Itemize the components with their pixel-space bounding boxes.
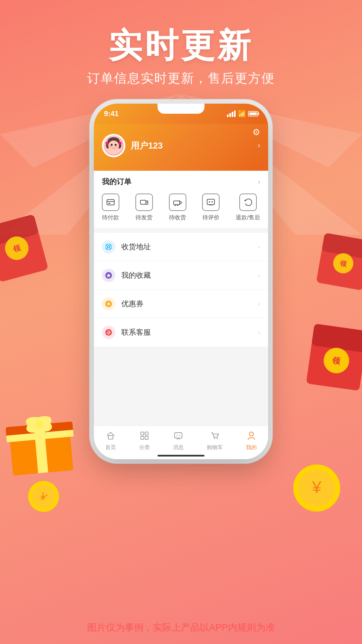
menu-section: 收货地址 › 我的收藏 › xyxy=(94,233,268,346)
coupon-label: 优惠券 xyxy=(121,299,252,309)
pending-receive-icon xyxy=(169,194,186,211)
nav-home-icon xyxy=(106,431,115,443)
footer-caption: 图片仅为事例，实际上产品以APP内规则为准 xyxy=(0,621,362,634)
tab-pending-ship[interactable]: 待发货 xyxy=(135,194,153,221)
signal-bar-4 xyxy=(234,110,236,117)
nav-message-icon xyxy=(174,431,183,443)
svg-rect-51 xyxy=(207,199,215,205)
signal-bar-3 xyxy=(232,112,233,117)
address-icon-wrap xyxy=(102,240,115,254)
svg-point-52 xyxy=(209,201,210,203)
svg-point-49 xyxy=(175,205,176,206)
orders-header[interactable]: 我的订单 › xyxy=(94,171,268,190)
tab-pending-receive[interactable]: 待收货 xyxy=(169,194,186,221)
wifi-icon: 📶 xyxy=(238,110,246,118)
svg-point-50 xyxy=(177,205,178,206)
footer-caption-text: 图片仅为事例，实际上产品以APP内规则为准 xyxy=(87,622,275,633)
svg-point-81 xyxy=(249,432,253,436)
svg-text:¥: ¥ xyxy=(38,490,49,503)
home-indicator xyxy=(158,455,204,457)
svg-rect-45 xyxy=(140,200,146,204)
orders-arrow: › xyxy=(258,178,260,185)
nav-cart[interactable]: 购物车 xyxy=(207,431,223,451)
signal-bar-1 xyxy=(227,114,229,117)
address-icon xyxy=(105,243,112,251)
subtitle: 订单信息实时更新，售后更方便 xyxy=(0,70,362,87)
pending-ship-label: 待发货 xyxy=(135,214,153,221)
user-profile-arrow: › xyxy=(258,141,260,150)
address-label: 收货地址 xyxy=(121,242,252,252)
battery-fill xyxy=(249,112,257,115)
svg-point-22 xyxy=(298,470,335,506)
svg-point-28 xyxy=(22,475,65,518)
menu-item-favorites[interactable]: 我的收藏 › xyxy=(94,261,268,290)
avatar xyxy=(102,134,125,157)
svg-rect-44 xyxy=(108,203,110,204)
refund-icon xyxy=(239,194,257,211)
order-tabs: 待付款 待发货 待收货 xyxy=(94,190,268,228)
svg-marker-48 xyxy=(180,201,182,204)
nav-category-icon xyxy=(140,431,149,443)
address-arrow: › xyxy=(258,244,260,251)
nav-profile-icon xyxy=(247,431,256,443)
nav-message[interactable]: 消息 xyxy=(173,431,184,451)
orders-title: 我的订单 xyxy=(102,177,131,187)
pending-ship-icon xyxy=(135,194,153,211)
phone-mockup: 9:41 📶 ⚙ xyxy=(0,104,362,459)
service-label: 联系客服 xyxy=(121,327,252,337)
svg-point-29 xyxy=(27,480,60,513)
svg-rect-69 xyxy=(108,436,113,439)
favorites-arrow: › xyxy=(258,272,260,279)
svg-rect-72 xyxy=(141,436,144,439)
svg-rect-42 xyxy=(107,200,114,205)
nav-category-label: 分类 xyxy=(139,444,150,451)
nav-profile[interactable]: 我的 xyxy=(246,431,257,451)
nav-profile-label: 我的 xyxy=(246,444,257,451)
refund-label: 退款/售后 xyxy=(236,214,260,221)
settings-icon[interactable]: ⚙ xyxy=(252,127,260,138)
svg-point-21 xyxy=(293,465,340,512)
coupon-arrow: › xyxy=(258,301,260,308)
signal-bar-2 xyxy=(229,113,231,117)
nav-cart-label: 购物车 xyxy=(207,444,223,451)
bottom-nav: 首页 分类 消息 购物车 xyxy=(94,426,268,459)
status-time: 9:41 xyxy=(104,109,119,118)
svg-rect-71 xyxy=(145,432,148,435)
orders-card: 我的订单 › 待付款 待发货 xyxy=(94,171,268,228)
svg-text:券: 券 xyxy=(107,302,111,306)
favorites-icon xyxy=(105,272,112,279)
service-icon-wrap xyxy=(102,326,115,339)
svg-point-79 xyxy=(214,438,215,439)
svg-point-53 xyxy=(212,201,213,203)
signal-icon xyxy=(227,110,236,117)
menu-item-service[interactable]: 联系客服 › xyxy=(94,318,268,346)
nav-home[interactable]: 首页 xyxy=(105,431,116,451)
svg-text:¥: ¥ xyxy=(312,478,321,497)
service-icon xyxy=(105,329,112,336)
tab-pending-review[interactable]: 待评价 xyxy=(202,194,220,221)
svg-point-58 xyxy=(108,246,109,248)
tab-refund[interactable]: 退款/售后 xyxy=(236,194,260,221)
tab-pending-payment[interactable]: 待付款 xyxy=(102,194,119,221)
svg-point-76 xyxy=(179,435,180,436)
svg-point-80 xyxy=(217,438,218,439)
profile-header: ⚙ xyxy=(94,124,268,171)
svg-point-41 xyxy=(118,142,122,145)
coupon-icon-wrap: 券 xyxy=(102,297,115,311)
battery-icon xyxy=(248,111,258,116)
pending-payment-label: 待付款 xyxy=(102,214,119,221)
svg-rect-74 xyxy=(175,433,182,438)
nav-category[interactable]: 分类 xyxy=(139,431,150,451)
status-bar: 9:41 📶 xyxy=(94,104,268,124)
nav-message-label: 消息 xyxy=(173,444,184,451)
phone-screen: 9:41 📶 ⚙ xyxy=(94,104,268,459)
menu-item-coupon[interactable]: 券 优惠券 › xyxy=(94,290,268,318)
user-row[interactable]: 用户123 › xyxy=(102,134,260,157)
favorites-label: 我的收藏 xyxy=(121,270,252,280)
pending-review-icon xyxy=(202,194,220,211)
svg-rect-73 xyxy=(145,436,148,439)
svg-point-39 xyxy=(116,145,118,148)
nav-cart-icon xyxy=(210,431,220,443)
menu-item-address[interactable]: 收货地址 › xyxy=(94,233,268,261)
avatar-image xyxy=(104,136,124,156)
